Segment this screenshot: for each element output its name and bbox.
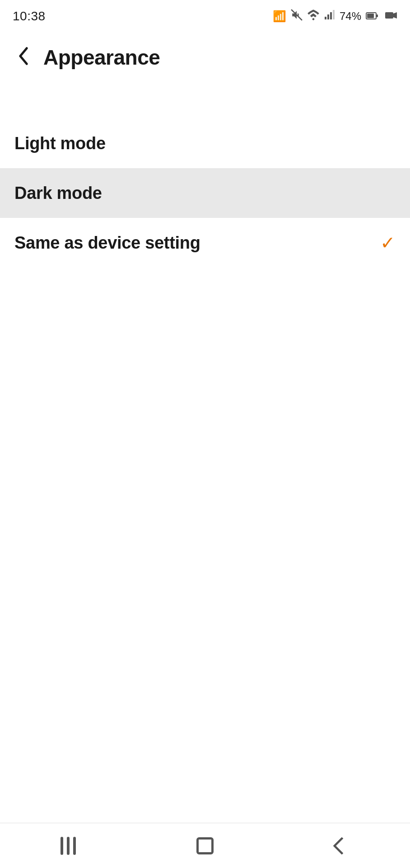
battery-level: 74% bbox=[340, 10, 361, 23]
light-mode-option[interactable]: Light mode bbox=[0, 118, 410, 168]
dark-mode-label: Dark mode bbox=[14, 184, 102, 203]
svg-rect-8 bbox=[385, 12, 393, 19]
status-time: 10:38 bbox=[13, 9, 46, 24]
device-setting-option[interactable]: Same as device setting ✓ bbox=[0, 218, 410, 268]
nav-bar bbox=[0, 823, 410, 868]
svg-rect-3 bbox=[330, 12, 332, 19]
mute-icon bbox=[291, 9, 303, 24]
svg-rect-4 bbox=[333, 10, 335, 19]
back-button[interactable] bbox=[13, 42, 34, 73]
signal-icon bbox=[324, 9, 335, 23]
home-button[interactable] bbox=[182, 832, 228, 859]
back-nav-button[interactable] bbox=[319, 832, 364, 859]
status-bar: 10:38 📶 74% bbox=[0, 0, 410, 33]
battery-icon bbox=[366, 10, 378, 23]
header: Appearance bbox=[0, 33, 410, 82]
light-mode-label: Light mode bbox=[14, 134, 106, 153]
camera-icon bbox=[385, 10, 397, 23]
svg-rect-1 bbox=[325, 17, 326, 19]
svg-rect-6 bbox=[367, 14, 374, 18]
recent-apps-icon bbox=[61, 837, 76, 855]
check-icon: ✓ bbox=[380, 232, 396, 253]
home-icon bbox=[196, 837, 214, 854]
back-nav-icon bbox=[333, 837, 351, 855]
options-list: Light mode Dark mode Same as device sett… bbox=[0, 118, 410, 268]
spacer bbox=[0, 82, 410, 118]
svg-marker-9 bbox=[393, 12, 397, 19]
status-icons: 📶 74% bbox=[273, 9, 397, 24]
svg-rect-7 bbox=[377, 14, 378, 17]
device-setting-label: Same as device setting bbox=[14, 233, 200, 253]
bluetooth-icon: 📶 bbox=[273, 10, 286, 23]
wifi-icon bbox=[307, 9, 320, 23]
page-title: Appearance bbox=[43, 45, 160, 70]
recent-apps-button[interactable] bbox=[46, 832, 91, 859]
dark-mode-option[interactable]: Dark mode bbox=[0, 168, 410, 218]
svg-rect-2 bbox=[327, 14, 329, 19]
